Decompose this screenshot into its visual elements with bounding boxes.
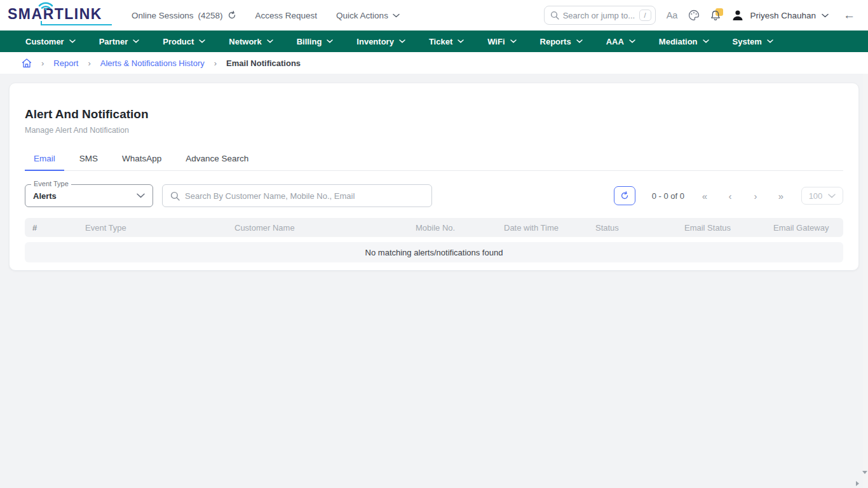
topbar-center-links: Online Sessions (4258) Access Request Qu… [132,11,400,20]
breadcrumb-link-alerts-history[interactable]: Alerts & Notifications History [100,58,205,68]
page-size-select[interactable]: 100 [801,187,843,205]
chevron-down-icon [69,39,76,43]
chevron-down-icon [199,39,205,43]
column-header-index: # [25,223,78,233]
quick-actions-menu[interactable]: Quick Actions [336,11,400,20]
online-sessions-link[interactable]: Online Sessions (4258) [132,11,236,20]
search-icon [170,191,180,201]
event-type-label: Event Type [31,180,71,187]
bell-icon [710,10,721,21]
tab-email[interactable]: Email [25,147,64,171]
logo-wordmark: SMARTLINK [8,6,102,22]
channel-tabs: Email SMS WhatsApp Advance Search [25,147,843,171]
filter-toolbar: Event Type Alerts 0 - 0 of 0 « ‹ [25,184,843,207]
breadcrumb-separator: › [214,58,217,68]
notifications-bell-icon[interactable] [710,10,721,21]
empty-state-row: No matching alerts/notifications found [25,242,843,262]
avatar [731,9,744,22]
chevron-down-icon [133,39,139,43]
column-header-mobile-no: Mobile No. [408,223,496,233]
global-search-input[interactable] [563,11,635,20]
pagination-range: 0 - 0 of 0 [652,191,684,201]
event-type-value: Alerts [33,191,137,201]
theme-palette-icon[interactable] [688,10,700,21]
next-page-button[interactable]: › [743,191,768,201]
chevron-down-icon [137,193,145,198]
pager-arrows: « ‹ › » [692,191,794,201]
vertical-scrollbar[interactable] [863,74,868,488]
chevron-down-icon [629,39,635,43]
search-icon [550,11,559,20]
nav-item-ticket[interactable]: Ticket [429,37,464,46]
nav-item-network[interactable]: Network [229,37,273,46]
refresh-button[interactable] [614,186,635,205]
collapse-back-arrow-icon[interactable]: ← [843,8,855,22]
previous-page-button[interactable]: ‹ [717,191,743,201]
chevron-down-icon [767,39,773,43]
last-page-button[interactable]: » [768,191,794,201]
nav-item-customer[interactable]: Customer [25,37,76,46]
user-menu[interactable]: Priyesh Chauhan [731,9,829,22]
breadcrumb: › Report › Alerts & Notifications Histor… [0,52,868,74]
nav-item-inventory[interactable]: Inventory [356,37,405,46]
column-header-status: Status [588,223,677,233]
chevron-down-icon [267,39,273,43]
table-search-box[interactable] [162,184,432,207]
table-header-row: # Event Type Customer Name Mobile No. Da… [25,218,843,237]
chevron-down-icon [393,13,400,18]
breadcrumb-link-report[interactable]: Report [53,58,78,68]
column-header-date-with-time: Date with Time [496,223,588,233]
column-header-event-type: Event Type [78,223,227,233]
first-page-button[interactable]: « [692,191,717,201]
logo-underline [41,21,112,25]
alert-notification-card: Alert And Notification Manage Alert And … [9,83,859,271]
refresh-sessions-icon[interactable] [227,11,236,20]
page-size-value: 100 [809,191,823,201]
nav-item-partner[interactable]: Partner [99,37,140,46]
nav-item-product[interactable]: Product [163,37,205,46]
user-name: Priyesh Chauhan [750,11,816,20]
online-sessions-count: (4258) [198,11,223,20]
home-icon[interactable] [22,58,32,68]
nav-item-mediation[interactable]: Mediation [659,37,709,46]
chevron-down-icon [703,39,709,43]
scrollbar-right-arrow[interactable] [856,481,859,486]
nav-item-system[interactable]: System [733,37,773,46]
page-title: Alert And Notification [25,107,843,121]
column-header-customer-name: Customer Name [227,223,408,233]
refresh-icon [620,191,629,200]
breadcrumb-separator: › [41,58,44,68]
nav-item-aaa[interactable]: AAA [606,37,635,46]
breadcrumb-current-page: Email Notifications [226,58,301,68]
column-header-email-gateway: Email Gateway [766,223,843,233]
global-search-box[interactable]: / [544,6,656,25]
breadcrumb-separator: › [88,58,90,68]
chevron-down-icon [828,194,836,198]
main-navigation: Customer Partner Product Network Billing… [0,30,868,52]
tab-sms[interactable]: SMS [71,147,107,170]
event-type-select[interactable]: Event Type Alerts [25,184,153,207]
top-bar: SMARTLINK Online Sessions (4258) Access … [0,0,868,30]
nav-item-reports[interactable]: Reports [540,37,583,46]
column-header-email-status: Email Status [677,223,766,233]
smartlink-logo[interactable]: SMARTLINK [8,4,102,27]
table-search-input[interactable] [185,191,424,201]
pagination-controls: 0 - 0 of 0 « ‹ › » 100 [614,186,843,205]
online-sessions-label: Online Sessions [132,11,194,20]
topbar-right-tools: / Aa [544,6,855,25]
access-request-link[interactable]: Access Request [255,11,318,20]
chevron-down-icon [822,13,829,18]
chevron-down-icon [510,39,517,43]
chevron-down-icon [399,39,405,43]
font-size-toggle[interactable]: Aa [667,10,678,20]
tab-whatsapp[interactable]: WhatsApp [113,147,170,170]
nav-item-billing[interactable]: Billing [297,37,334,46]
nav-item-wifi[interactable]: WiFi [487,37,516,46]
chevron-down-icon [327,39,333,43]
scrollbar-down-arrow[interactable] [862,471,867,474]
page-subtitle: Manage Alert And Notification [25,126,843,135]
search-shortcut-badge: / [639,10,651,21]
chevron-down-icon [458,39,464,43]
chevron-down-icon [576,39,583,43]
tab-advance-search[interactable]: Advance Search [177,147,257,170]
